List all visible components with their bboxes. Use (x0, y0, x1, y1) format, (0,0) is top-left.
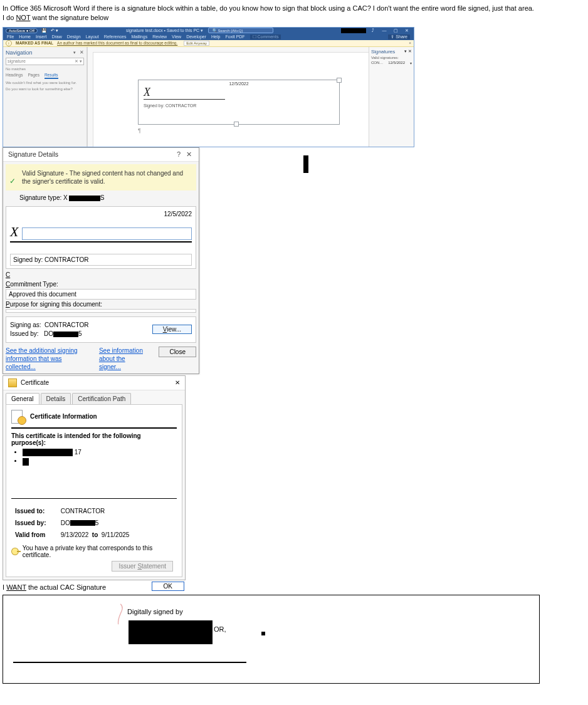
valid-from: 9/13/2022 (61, 531, 89, 538)
nav-chevron-icon[interactable]: ▾ (73, 50, 76, 55)
sigpane-item-name: CON… (371, 61, 383, 65)
marked-final-label: MARKED AS FINAL (16, 41, 53, 45)
cert-tab-details[interactable]: Details (41, 393, 71, 404)
tab-insert[interactable]: Insert (36, 34, 47, 39)
sig-type-label: Signature type: X (19, 194, 68, 201)
commitment-label: C (6, 271, 196, 278)
view-button[interactable]: View... (152, 325, 192, 334)
table-resize-icon[interactable] (234, 122, 239, 127)
link-signer-info[interactable]: See information about the signer... (99, 347, 143, 370)
document-area[interactable]: 12/5/2022 X Signed by: CONTRACTOR ¶ (87, 47, 369, 147)
tab-references[interactable]: References (104, 34, 127, 39)
nav-tab-results[interactable]: Results (45, 73, 58, 79)
signature-type-row: Signature type: XS (19, 194, 192, 201)
tab-draw[interactable]: Draw (51, 34, 61, 39)
cert-issued-by-label: Issued by: (15, 517, 59, 529)
valid-check-icon: ✓ (9, 177, 18, 185)
window-close[interactable]: ✕ (402, 28, 411, 33)
window-minimize[interactable]: — (380, 28, 389, 33)
tab-developer[interactable]: Developer (186, 34, 206, 39)
issued-to-value: CONTRACTOR (61, 508, 105, 514)
cert-close-icon[interactable]: ✕ (175, 379, 180, 386)
signing-as-label: Signing as: (10, 321, 41, 328)
tab-mailings[interactable]: Mailings (131, 34, 147, 39)
issued-by-prefix: DO (44, 330, 53, 337)
cert-tab-general[interactable]: General (6, 393, 39, 404)
sigpane-item[interactable]: CON… 12/5/2022 ▾ (371, 61, 412, 65)
nav-search-clear-icon[interactable]: ✕ ▾ (75, 59, 82, 64)
redacted-issued-by (53, 332, 78, 337)
valid-to-label: to (92, 529, 98, 541)
signature-table[interactable]: 12/5/2022 X Signed by: CONTRACTOR (138, 80, 340, 125)
intro-line1: In Office 365 Microsoft Word if there is… (3, 4, 585, 13)
private-key-msg: You have a private key that corresponds … (23, 545, 177, 558)
autosave-toggle[interactable]: AutoSave ● Off (6, 28, 38, 33)
document-title[interactable]: signature test.docx • Saved to this PC ▾ (126, 28, 203, 33)
tab-foxit[interactable]: Foxit PDF (225, 34, 244, 39)
cert-info-heading: Certificate Information (30, 413, 97, 420)
valid-text: Valid Signature - The signed content has… (22, 170, 183, 185)
tab-file[interactable]: File (7, 34, 14, 39)
marked-final-close[interactable]: × (409, 41, 411, 45)
sig-type-tail: S (100, 194, 105, 201)
want-suffix: the actual CAC Signature (26, 583, 106, 591)
navigation-pane: Navigation ▾ ✕ signature ✕ ▾ No matches … (3, 47, 87, 147)
sigpane-chevron-icon[interactable]: ▾ (404, 49, 407, 53)
nav-close[interactable]: ✕ (80, 50, 84, 55)
nav-title: Navigation (6, 50, 33, 56)
link-additional-info[interactable]: See the additional signing information t… (6, 347, 78, 370)
tab-design[interactable]: Design (67, 34, 81, 39)
ribbon-display-options-icon[interactable]: ⤴ (369, 28, 377, 33)
dialog-close-icon[interactable]: ✕ (184, 150, 194, 159)
nav-search-value: signature (8, 59, 26, 63)
tab-review[interactable]: Review (152, 34, 167, 39)
ok-button[interactable]: OK (152, 582, 184, 591)
nav-msg-2: Do you want to look for something else? (6, 87, 84, 91)
tab-help[interactable]: Help (211, 34, 220, 39)
signed-by-box: Signed by: CONTRACTOR (10, 254, 192, 266)
preview-x: X (10, 224, 18, 240)
redacted-user (341, 28, 366, 33)
tab-home[interactable]: Home (19, 34, 31, 39)
save-icon[interactable]: 💾 (41, 28, 47, 33)
redacted-tiny (261, 632, 265, 635)
signature-line (144, 99, 225, 100)
intro-line2-post: want the signature below (30, 14, 108, 21)
sigpane-item-chevron-icon[interactable]: ▾ (410, 61, 412, 65)
redacted-signer-name (129, 620, 213, 644)
dialog-help-icon[interactable]: ? (174, 150, 184, 158)
desired-underline (13, 662, 246, 663)
table-handle-icon[interactable] (337, 78, 342, 83)
signing-as-value: CONTRACTOR (45, 321, 88, 328)
sigpane-valid-label: Valid signatures: (371, 56, 412, 60)
window-maximize[interactable]: ▢ (391, 28, 400, 33)
edit-anyway-button[interactable]: Edit Anyway (184, 41, 209, 46)
desired-right-text: OR, (214, 625, 226, 633)
nav-search-input[interactable]: signature ✕ ▾ (6, 58, 84, 65)
tab-layout[interactable]: Layout (86, 34, 99, 39)
comments-button[interactable]: ☐ Comments (250, 34, 281, 39)
close-button[interactable]: Close (159, 347, 196, 357)
word-titlebar: AutoSave ● Off 💾 ↶ ▾ signature test.docx… (3, 28, 414, 34)
nav-tab-headings[interactable]: Headings (6, 73, 23, 79)
share-button[interactable]: ⇪ Share (388, 34, 410, 39)
purpose-value[interactable] (6, 309, 196, 313)
marked-final-text: An author has marked this document as fi… (57, 41, 177, 45)
intro-text: In Office 365 Microsoft Word if there is… (0, 0, 588, 24)
horizontal-ruler (88, 47, 369, 53)
nav-tab-pages[interactable]: Pages (28, 73, 39, 79)
sigpane-close[interactable]: ✕ (408, 49, 412, 53)
paragraph-mark-icon: ¶ (138, 127, 141, 133)
undo-icon[interactable]: ↶ ▾ (51, 28, 58, 33)
sigpane-item-date: 12/5/2022 (388, 61, 405, 65)
cert-tab-path[interactable]: Certification Path (72, 393, 131, 404)
page: 12/5/2022 X Signed by: CONTRACTOR ¶ (100, 55, 362, 145)
issued-by-label: Issued by: (10, 330, 39, 337)
signature-input[interactable] (22, 227, 192, 240)
cert-issued-by-prefix: DO (61, 520, 70, 526)
issuer-statement-button[interactable]: Issuer Statement (112, 561, 173, 572)
sig-date: 12/5/2022 (139, 81, 339, 86)
cert-purpose-2 (23, 457, 177, 465)
search-box[interactable]: 🔍 Search (Alt+Q) (208, 28, 273, 33)
tab-view[interactable]: View (172, 34, 181, 39)
